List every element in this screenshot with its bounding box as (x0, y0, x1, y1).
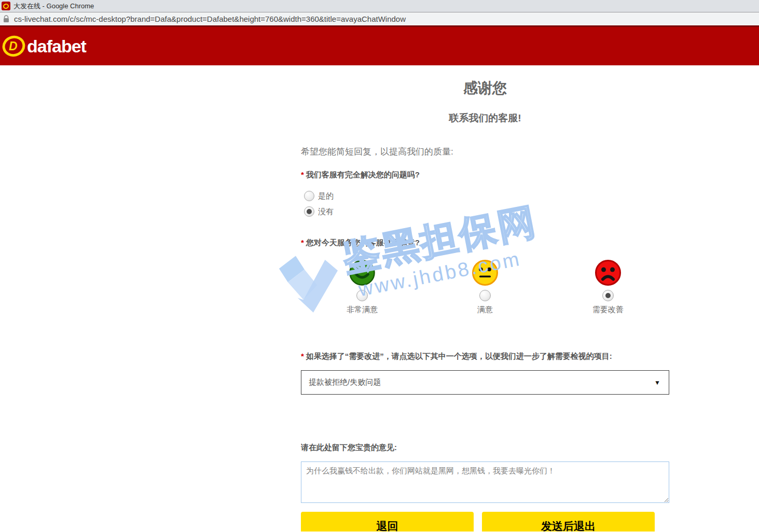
required-marker: * (301, 352, 304, 360)
radio-satisfied[interactable] (479, 290, 491, 301)
radio-yes[interactable] (304, 191, 314, 201)
radio-yes-label: 是的 (318, 191, 334, 201)
question-satisfaction: *您对今天服务您的客服有多满意? (301, 238, 669, 248)
browser-title-bar: 大发在线 - Google Chrome (0, 0, 759, 12)
question-resolved: *我们客服有完全解决您的问题吗? (301, 170, 669, 180)
button-row: 退回 发送后退出 (301, 512, 669, 531)
required-marker: * (301, 238, 304, 247)
radio-no[interactable] (304, 206, 314, 217)
page-title: 感谢您 (301, 78, 669, 98)
reason-dropdown[interactable]: 提款被拒绝/失败问题 ▼ (301, 370, 669, 395)
option-needs-improvement[interactable]: 需要改善 (546, 259, 669, 315)
resolved-radio-group: 是的 没有 (301, 189, 669, 218)
back-button[interactable]: 退回 (301, 512, 474, 531)
question-reason: *如果选择了“需要改进”，请点选以下其中一个选项，以便我们进一步了解需要检视的项… (301, 352, 669, 361)
very-satisfied-label: 非常满意 (347, 305, 378, 315)
dafabet-logo-icon: D (2, 35, 25, 57)
option-satisfied[interactable]: 满意 (424, 259, 547, 315)
satisfaction-options: 非常满意 满意 需要改善 (301, 259, 669, 315)
comment-textarea[interactable]: 为什么我赢钱不给出款，你们网站就是黑网，想黑钱，我要去曝光你们！ (301, 461, 669, 503)
window-title: 大发在线 - Google Chrome (13, 2, 94, 11)
needs-improvement-label: 需要改善 (592, 305, 624, 315)
radio-very-satisfied[interactable] (356, 290, 368, 301)
happy-green-face-icon (349, 259, 376, 286)
reason-dropdown-value: 提款被拒绝/失败问题 (309, 377, 381, 387)
neutral-yellow-face-icon (472, 259, 499, 286)
sad-red-face-icon (595, 259, 622, 286)
send-exit-button[interactable]: 发送后退出 (482, 512, 655, 531)
url-text[interactable]: cs-livechat.com/c/sc/mc-desktop?brand=Da… (14, 15, 406, 23)
intro-text: 希望您能简短回复，以提高我们的质量: (301, 146, 669, 158)
dafabet-logo: D dafabet (2, 35, 86, 57)
satisfied-label: 满意 (477, 305, 493, 315)
page-subtitle: 联系我们的客服! (301, 111, 669, 125)
comment-label: 请在此处留下您宝贵的意见: (301, 443, 669, 453)
main-content: 感谢您 联系我们的客服! 希望您能简短回复，以提高我们的质量: *我们客服有完全… (0, 65, 759, 531)
radio-no-label: 没有 (318, 207, 334, 217)
browser-url-bar[interactable]: cs-livechat.com/c/sc/mc-desktop?brand=Da… (0, 12, 759, 25)
svg-text:D: D (9, 39, 18, 53)
app-header: D dafabet (0, 25, 759, 65)
padlock-icon (3, 15, 9, 23)
brand-name: dafabet (27, 36, 86, 57)
radio-option-yes[interactable]: 是的 (301, 189, 669, 203)
option-very-satisfied[interactable]: 非常满意 (301, 259, 424, 315)
dafabet-favicon-icon (2, 2, 10, 10)
chevron-down-icon: ▼ (654, 379, 660, 386)
radio-option-no[interactable]: 没有 (301, 205, 669, 218)
radio-needs-improvement[interactable] (602, 290, 614, 301)
required-marker: * (301, 170, 304, 179)
